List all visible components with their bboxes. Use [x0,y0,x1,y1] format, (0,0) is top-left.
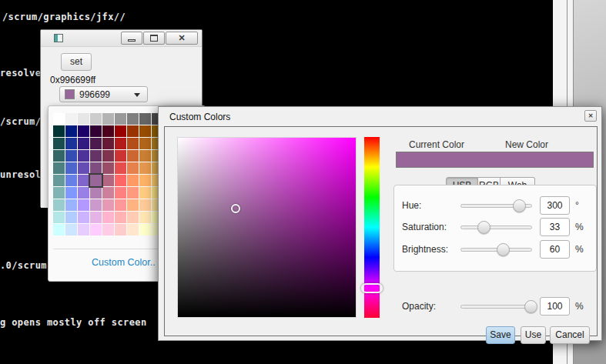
palette-swatch[interactable] [78,199,89,211]
palette-swatch[interactable] [65,162,77,174]
maximize-button[interactable] [143,32,165,45]
palette-swatch[interactable] [78,175,89,186]
palette-swatch[interactable] [127,113,139,125]
palette-swatch[interactable] [102,125,114,137]
palette-swatch[interactable] [115,113,126,125]
palette-swatch[interactable] [65,125,77,137]
save-button[interactable]: Save [486,326,515,344]
palette-swatch[interactable] [78,150,89,162]
brightness-slider[interactable] [460,248,532,252]
palette-swatch[interactable] [90,212,102,223]
close-button[interactable]: ✕ [166,32,198,45]
color-selection-indicator[interactable] [231,204,240,213]
palette-swatch[interactable] [127,224,139,235]
palette-swatch[interactable] [102,162,114,174]
hue-bar[interactable] [364,137,380,318]
palette-swatch[interactable] [53,187,65,199]
palette-swatch[interactable] [78,224,89,235]
minimize-button[interactable] [121,32,142,45]
palette-swatch[interactable] [102,224,114,235]
palette-swatch[interactable] [53,224,65,235]
palette-swatch[interactable] [115,150,126,162]
palette-swatch[interactable] [115,187,126,199]
palette-swatch[interactable] [53,212,65,223]
palette-swatch[interactable] [90,125,102,137]
palette-swatch[interactable] [139,175,151,186]
palette-swatch[interactable] [102,212,114,223]
palette-swatch[interactable] [115,224,126,235]
palette-swatch[interactable] [127,212,139,223]
opacity-slider-thumb[interactable] [524,300,537,313]
palette-swatch[interactable] [78,113,89,125]
palette-swatch[interactable] [90,175,102,186]
titlebar[interactable]: ✕ [41,30,202,47]
palette-swatch[interactable] [127,187,139,199]
dialog-close-button[interactable]: ✕ [584,110,597,122]
colorpicker-combobox[interactable]: 996699 [59,86,148,102]
opacity-value-field[interactable]: 100 [540,297,570,316]
palette-swatch[interactable] [102,175,114,186]
palette-swatch[interactable] [78,162,89,174]
palette-swatch[interactable] [90,162,102,174]
saturation-slider[interactable] [460,225,532,229]
palette-swatch[interactable] [90,187,102,199]
saturation-slider-thumb[interactable] [477,221,490,234]
palette-swatch[interactable] [102,187,114,199]
palette-swatch[interactable] [139,187,151,199]
palette-swatch[interactable] [78,138,89,149]
palette-swatch[interactable] [53,199,65,211]
palette-swatch[interactable] [65,175,77,186]
palette-swatch[interactable] [139,113,151,125]
set-button[interactable]: set [61,53,92,71]
hue-slider[interactable] [460,204,532,208]
palette-swatch[interactable] [90,224,102,235]
palette-swatch[interactable] [90,113,102,125]
palette-swatch[interactable] [78,212,89,223]
palette-swatch[interactable] [115,138,126,149]
palette-swatch[interactable] [53,175,65,186]
palette-swatch[interactable] [127,150,139,162]
palette-swatch[interactable] [102,150,114,162]
palette-swatch[interactable] [139,199,151,211]
palette-swatch[interactable] [53,113,65,125]
palette-swatch[interactable] [65,138,77,149]
opacity-slider[interactable] [460,305,532,309]
palette-swatch[interactable] [127,175,139,186]
palette-swatch[interactable] [90,150,102,162]
brightness-slider-thumb[interactable] [497,243,510,256]
palette-swatch[interactable] [65,199,77,211]
palette-swatch[interactable] [65,113,77,125]
palette-swatch[interactable] [127,199,139,211]
cancel-button[interactable]: Cancel [550,326,590,344]
palette-swatch[interactable] [78,125,89,137]
hue-slider-thumb[interactable] [513,199,526,212]
palette-swatch[interactable] [65,224,77,235]
palette-swatch[interactable] [139,162,151,174]
palette-swatch[interactable] [115,125,126,137]
palette-swatch[interactable] [90,138,102,149]
palette-swatch[interactable] [102,138,114,149]
palette-swatch[interactable] [65,212,77,223]
palette-swatch[interactable] [53,162,65,174]
palette-swatch[interactable] [115,199,126,211]
saturation-value-field[interactable]: 33 [540,218,570,236]
palette-swatch[interactable] [139,224,151,235]
palette-swatch[interactable] [139,150,151,162]
palette-swatch[interactable] [115,162,126,174]
palette-swatch[interactable] [102,199,114,211]
palette-swatch[interactable] [53,150,65,162]
palette-swatch[interactable] [139,125,151,137]
palette-swatch[interactable] [115,212,126,223]
saturation-brightness-square[interactable] [177,137,357,318]
palette-swatch[interactable] [102,113,114,125]
hue-value-field[interactable]: 300 [540,196,570,215]
palette-swatch[interactable] [127,162,139,174]
palette-swatch[interactable] [127,125,139,137]
palette-swatch[interactable] [65,187,77,199]
hue-selector[interactable] [361,283,383,293]
palette-swatch[interactable] [65,150,77,162]
palette-swatch[interactable] [127,138,139,149]
palette-swatch[interactable] [78,187,89,199]
palette-swatch[interactable] [53,138,65,149]
palette-swatch[interactable] [139,138,151,149]
